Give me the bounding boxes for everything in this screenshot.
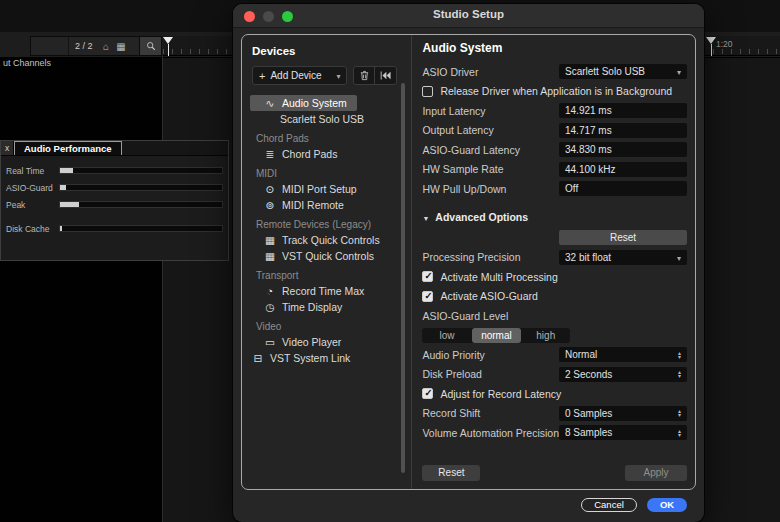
tree-item-audio-system[interactable]: Audio System xyxy=(250,95,357,111)
add-device-button[interactable]: Add Device xyxy=(252,66,347,85)
tree-item-label: Chord Pads xyxy=(282,148,337,160)
zoom-tool-button[interactable] xyxy=(139,37,161,55)
meter-row-real-time: Real Time xyxy=(6,162,223,179)
tree-item-label: Audio System xyxy=(282,97,347,109)
grid-icon[interactable] xyxy=(114,41,129,52)
peak-meter xyxy=(59,201,223,208)
value-text: 34.830 ms xyxy=(565,144,681,155)
tree-item-record-time-max[interactable]: Record Time Max xyxy=(250,283,411,299)
advanced-options-disclosure[interactable]: Advanced Options xyxy=(422,211,687,223)
tree-section-chord-pads: Chord Pads xyxy=(250,131,411,146)
asio-guard-level-option-low[interactable]: low xyxy=(422,328,471,343)
hw-pull-value: Off xyxy=(559,181,687,196)
stepper-arrows-icon[interactable] xyxy=(678,370,681,378)
bottom-reset-button[interactable]: Reset xyxy=(422,465,480,481)
audio-performance-body: Real Time ASIO-Guard Peak Disk Cache xyxy=(1,156,228,237)
tree-item-track-quick-controls[interactable]: Track Quick Controls xyxy=(250,232,411,248)
value-text: 14.921 ms xyxy=(565,105,681,116)
transport-toolbar: 2 / 2 xyxy=(30,36,162,56)
tree-item-midi-remote[interactable]: MIDI Remote xyxy=(250,197,411,213)
playhead-marker-icon[interactable] xyxy=(163,37,173,44)
tree-item-vst-quick-controls[interactable]: VST Quick Controls xyxy=(250,248,411,264)
meter-fill xyxy=(60,202,79,207)
devices-icon-group xyxy=(353,66,397,85)
playhead-marker-icon[interactable] xyxy=(706,37,716,44)
timeline-ruler-left[interactable] xyxy=(163,36,237,56)
adjust-record-latency-checkbox[interactable] xyxy=(422,388,433,399)
playhead-line xyxy=(168,44,169,56)
reset-devices-button[interactable] xyxy=(375,67,396,84)
stepper-arrows-icon[interactable] xyxy=(678,351,681,359)
home-icon[interactable] xyxy=(99,41,114,52)
toolbar-spacer xyxy=(31,37,69,55)
activate-asio-guard-row: Activate ASIO-Guard xyxy=(422,289,687,304)
release-driver-checkbox[interactable] xyxy=(422,86,433,97)
activate-multi-processing-checkbox[interactable] xyxy=(422,271,433,282)
audio-system-footer: Reset Apply xyxy=(422,465,687,481)
volume-automation-stepper[interactable]: 8 Samples xyxy=(559,425,687,440)
tree-item-video-player[interactable]: Video Player xyxy=(250,334,411,350)
processing-precision-label: Processing Precision xyxy=(422,251,559,263)
disk-preload-stepper[interactable]: 2 Seconds xyxy=(559,367,687,382)
record-shift-stepper[interactable]: 0 Samples xyxy=(559,406,687,421)
quick-controls-icon xyxy=(264,234,276,246)
tree-item-label: VST System Link xyxy=(270,352,350,364)
processing-precision-select[interactable]: 32 bit float xyxy=(559,250,687,265)
reset-button[interactable]: Reset xyxy=(559,230,687,245)
apply-button[interactable]: Apply xyxy=(625,465,687,481)
clock-icon xyxy=(264,301,276,313)
midi-port-icon xyxy=(264,183,276,195)
asio-driver-select[interactable]: Scarlett Solo USB xyxy=(559,64,687,79)
skip-back-icon xyxy=(380,71,391,80)
processing-precision-row: Processing Precision 32 bit float xyxy=(422,250,687,265)
stepper-arrows-icon[interactable] xyxy=(678,429,681,437)
input-latency-value: 14.921 ms xyxy=(559,103,687,118)
ok-button[interactable]: OK xyxy=(647,498,687,512)
tree-item-vst-system-link[interactable]: VST System Link xyxy=(250,350,411,366)
meter-label: Peak xyxy=(6,200,59,210)
meter-label: Disk Cache xyxy=(6,224,59,234)
tree-scrollbar[interactable] xyxy=(401,83,405,473)
audio-priority-select[interactable]: Normal xyxy=(559,347,687,362)
input-latency-label: Input Latency xyxy=(422,105,559,117)
tree-section-midi: MIDI xyxy=(250,166,411,181)
tree-item-label: MIDI Remote xyxy=(282,199,344,211)
tree-item-midi-port-setup[interactable]: MIDI Port Setup xyxy=(250,181,411,197)
audio-performance-tab[interactable]: Audio Performance xyxy=(14,141,122,155)
stepper-arrows-icon[interactable] xyxy=(678,409,681,417)
tree-item-label: VST Quick Controls xyxy=(282,250,374,262)
cancel-button[interactable]: Cancel xyxy=(581,498,637,512)
output-latency-row: Output Latency 14.717 ms xyxy=(422,123,687,138)
screen: ut Channels 2 / 2 1:20 x Audio Performan… xyxy=(0,0,780,522)
close-icon[interactable]: x xyxy=(1,141,14,155)
asio-guard-level-option-normal[interactable]: normal xyxy=(472,328,521,343)
meter-fill xyxy=(60,168,73,173)
value-text: 14.717 ms xyxy=(565,125,681,136)
device-tree: Audio System Scarlett Solo USB Chord Pad… xyxy=(250,95,411,366)
audio-system-column: Audio System ASIO Driver Scarlett Solo U… xyxy=(412,35,695,489)
tree-item-chord-pads[interactable]: Chord Pads xyxy=(250,146,411,162)
meter-label: ASIO-Guard xyxy=(6,183,59,193)
tree-item-label: MIDI Port Setup xyxy=(282,183,357,195)
asio-guard-level-option-high[interactable]: high xyxy=(521,328,570,343)
hw-sample-rate-label: HW Sample Rate xyxy=(422,163,559,175)
activate-asio-guard-checkbox[interactable] xyxy=(422,291,433,302)
tree-section-video: Video xyxy=(250,319,411,334)
audio-system-title: Audio System xyxy=(422,41,687,55)
asio-guard-level-label: ASIO-Guard Level xyxy=(422,310,687,322)
tree-section-transport: Transport xyxy=(250,268,411,283)
volume-automation-value: 8 Samples xyxy=(565,427,674,438)
tree-item-label: Scarlett Solo USB xyxy=(280,113,364,125)
disk-preload-value: 2 Seconds xyxy=(565,369,674,380)
dialog-titlebar[interactable]: Studio Setup xyxy=(233,4,704,28)
reset-row: Reset xyxy=(422,230,687,245)
meter-fill xyxy=(60,226,62,231)
delete-device-button[interactable] xyxy=(354,67,375,84)
disk-preload-row: Disk Preload 2 Seconds xyxy=(422,367,687,382)
tree-item-scarlett-solo-usb[interactable]: Scarlett Solo USB xyxy=(250,111,411,127)
processing-precision-value: 32 bit float xyxy=(565,252,677,263)
marker-counter: 2 / 2 xyxy=(69,41,99,51)
tree-item-time-display[interactable]: Time Display xyxy=(250,299,411,315)
trash-icon xyxy=(359,70,370,81)
project-track-area xyxy=(0,57,163,522)
